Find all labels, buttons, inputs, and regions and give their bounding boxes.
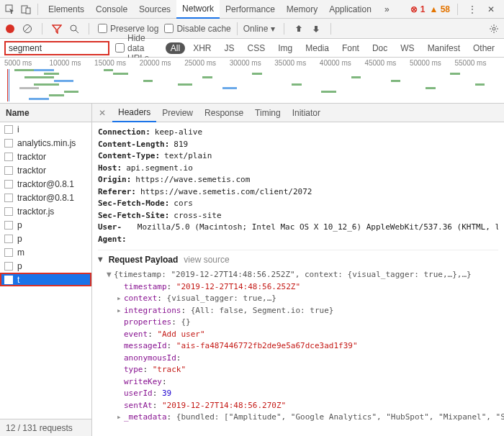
filter-chip-js[interactable]: JS: [220, 42, 240, 54]
close-devtools-icon[interactable]: ✕: [484, 2, 498, 17]
inspect-icon[interactable]: [3, 2, 17, 17]
clear-icon[interactable]: [22, 23, 33, 35]
timeline-label: 5000 ms: [4, 59, 50, 67]
detail-tab-response[interactable]: Response: [199, 104, 249, 122]
settings-gear-icon[interactable]: [488, 23, 500, 35]
json-summary: {timestamp: "2019-12-27T14:48:56.252Z", …: [114, 270, 472, 279]
detail-tab-headers[interactable]: Headers: [112, 104, 156, 122]
more-tabs[interactable]: »: [379, 0, 395, 19]
filter-chip-img[interactable]: Img: [273, 42, 297, 54]
filter-chip-media[interactable]: Media: [300, 42, 334, 54]
header-value: cross-site: [174, 210, 221, 222]
top-tab-application[interactable]: Application: [323, 0, 377, 19]
header-key: Connection:: [98, 127, 150, 139]
close-detail-icon[interactable]: ✕: [95, 108, 109, 118]
upload-icon[interactable]: [293, 23, 305, 35]
throttling-select[interactable]: Online▾: [237, 22, 276, 35]
request-name: tracktor@0.8.1: [17, 179, 74, 189]
filter-chip-font[interactable]: Font: [337, 42, 364, 54]
top-tab-network[interactable]: Network: [176, 0, 220, 19]
request-row[interactable]: p: [0, 232, 91, 245]
detail-tab-timing[interactable]: Timing: [249, 104, 287, 122]
request-row[interactable]: tracktor@0.8.1: [0, 191, 91, 204]
detail-tab-preview[interactable]: Preview: [156, 104, 199, 122]
detail-tab-initiator[interactable]: Initiator: [287, 104, 326, 122]
view-source-link[interactable]: view source: [184, 253, 229, 266]
request-row[interactable]: tracktor.js: [0, 204, 91, 218]
filter-chip-ws[interactable]: WS: [395, 42, 419, 54]
timeline-label: 30000 ms: [230, 59, 275, 67]
filter-chip-other[interactable]: Other: [468, 42, 500, 54]
top-tab-sources[interactable]: Sources: [133, 0, 176, 19]
json-key: event: [124, 330, 148, 339]
json-key: integrations: [124, 306, 181, 315]
request-list: Name ianalytics.min.jstracktortracktortr…: [0, 104, 92, 436]
header-key: Content-Length:: [98, 139, 169, 151]
record-button[interactable]: [4, 23, 16, 35]
json-key: writeKey: [124, 377, 162, 386]
network-timeline[interactable]: 5000 ms10000 ms15000 ms20000 ms25000 ms3…: [0, 58, 504, 104]
request-row[interactable]: p: [0, 218, 91, 232]
request-name: analytics.min.js: [17, 138, 76, 148]
download-icon[interactable]: [310, 23, 322, 35]
request-name: tracktor.js: [17, 206, 54, 217]
request-name: tracktor: [17, 165, 46, 176]
filter-chip-doc[interactable]: Doc: [367, 42, 392, 54]
timeline-label: 45000 ms: [364, 59, 410, 67]
request-name: tracktor: [17, 152, 46, 162]
filter-chip-xhr[interactable]: XHR: [188, 42, 216, 54]
file-icon: [4, 194, 13, 202]
preserve-log-checkbox[interactable]: Preserve log: [98, 24, 158, 34]
name-column-header[interactable]: Name: [0, 104, 91, 122]
request-count: 12 / 131 requests: [0, 419, 91, 436]
top-tab-performance[interactable]: Performance: [220, 0, 281, 19]
request-name: t: [17, 275, 19, 285]
json-key: timestamp: [124, 282, 167, 291]
header-value: cors: [174, 198, 193, 210]
request-row[interactable]: tracktor@0.8.1: [0, 177, 91, 191]
disclosure-triangle-icon[interactable]: ▼: [107, 269, 114, 281]
json-key: _metadata: [124, 412, 167, 422]
svg-point-5: [71, 25, 76, 31]
file-icon: [4, 221, 13, 230]
disclosure-triangle-icon[interactable]: ▸: [117, 412, 124, 424]
top-tab-elements[interactable]: Elements: [42, 0, 90, 19]
timeline-label: 25000 ms: [184, 59, 230, 67]
file-icon: [4, 139, 13, 147]
file-icon: [4, 125, 13, 134]
file-icon: [4, 262, 13, 271]
request-row[interactable]: m: [0, 245, 91, 259]
disable-cache-checkbox[interactable]: Disable cache: [164, 24, 230, 34]
filter-chip-all[interactable]: All: [166, 42, 185, 54]
header-key: Sec-Fetch-Mode:: [98, 198, 169, 210]
header-key: Referer:: [98, 186, 136, 199]
header-value: keep-alive: [155, 127, 202, 139]
kebab-icon[interactable]: ⋮: [465, 2, 480, 17]
json-key: sentAt: [124, 401, 153, 410]
filter-icon[interactable]: [51, 23, 63, 35]
top-tab-console[interactable]: Console: [90, 0, 133, 19]
device-toggle-icon[interactable]: [19, 2, 33, 17]
disclosure-triangle-icon[interactable]: ▸: [117, 305, 124, 317]
svg-rect-2: [26, 8, 30, 14]
filter-chip-css[interactable]: CSS: [243, 42, 271, 54]
request-row[interactable]: t: [0, 273, 91, 286]
json-key: context: [124, 294, 157, 303]
search-icon[interactable]: [68, 23, 80, 35]
file-icon: [4, 180, 13, 189]
request-row[interactable]: i: [0, 122, 91, 136]
request-row[interactable]: tracktor: [0, 163, 91, 177]
filter-input[interactable]: [4, 41, 109, 55]
warning-badge[interactable]: ▲ 58: [429, 4, 450, 14]
header-value: Mozilla/5.0 (Macintosh; Intel Mac OS X 1…: [138, 222, 498, 245]
request-row[interactable]: p: [0, 259, 91, 273]
request-row[interactable]: analytics.min.js: [0, 136, 91, 150]
error-badge[interactable]: ⊗ 1: [410, 4, 425, 14]
disclosure-triangle-icon[interactable]: ▸: [117, 293, 124, 305]
top-tab-memory[interactable]: Memory: [281, 0, 323, 19]
request-name: p: [17, 234, 22, 244]
disclosure-triangle-icon[interactable]: ▼: [98, 254, 103, 266]
request-row[interactable]: tracktor: [0, 150, 91, 163]
filter-chip-manifest[interactable]: Manifest: [423, 42, 465, 54]
timeline-label: 20000 ms: [140, 59, 185, 67]
